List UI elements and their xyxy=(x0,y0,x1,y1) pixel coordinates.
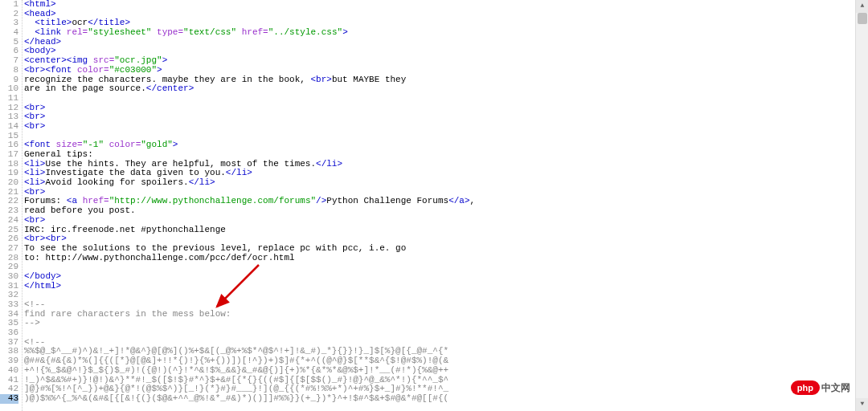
line-number: 27 xyxy=(0,244,18,254)
code-line[interactable] xyxy=(24,94,868,104)
code-line[interactable]: <br> xyxy=(24,104,868,113)
code-line[interactable]: <li>Avoid looking for spoilers.</li> xyxy=(24,178,868,188)
code-line[interactable]: <link rel="stylesheet" type="text/css" h… xyxy=(24,28,868,38)
code-line[interactable]: to: http://www.pythonchallenge.com/pcc/d… xyxy=(24,254,868,263)
code-line[interactable]: <html> xyxy=(24,0,868,10)
line-number: 40 xyxy=(0,366,18,376)
line-number: 43 xyxy=(0,394,18,404)
code-line[interactable] xyxy=(24,328,868,338)
line-number: 14 xyxy=(0,122,18,132)
line-number: 8 xyxy=(0,66,18,75)
code-line[interactable]: Forums: <a href="http://www.pythonchalle… xyxy=(24,197,868,206)
code-line[interactable]: )@)$%%^{_%^&(&#&[{[&!{(}($@&+^^_@%!&*_#&… xyxy=(24,394,868,404)
editor-container: 1234567891011121314151617181920212223242… xyxy=(0,0,868,411)
line-number-gutter: 1234567891011121314151617181920212223242… xyxy=(0,0,23,411)
line-number: 17 xyxy=(0,150,18,160)
line-number: 1 xyxy=(0,0,18,10)
code-line[interactable]: <head> xyxy=(24,10,868,19)
code-line[interactable]: </body> xyxy=(24,272,868,282)
code-line[interactable]: <br> xyxy=(24,122,868,132)
scroll-down-button[interactable]: ▼ xyxy=(856,398,868,411)
code-line[interactable]: IRC: irc.freenode.net #pythonchallenge xyxy=(24,226,868,235)
line-number: 4 xyxy=(0,28,18,38)
code-line[interactable]: read before you post. xyxy=(24,206,868,216)
code-line[interactable] xyxy=(24,291,868,300)
code-line[interactable]: <br> xyxy=(24,112,868,122)
code-line[interactable]: --> xyxy=(24,319,868,328)
line-number: 11 xyxy=(0,94,18,104)
code-line[interactable]: find rare characters in the mess below: xyxy=(24,310,868,319)
code-line[interactable]: </head> xyxy=(24,38,868,47)
code-area[interactable]: <html><head> <title>ocr</title> <link re… xyxy=(23,0,868,411)
code-line[interactable]: <font size="-1" color="gold"> xyxy=(24,140,868,150)
code-line[interactable] xyxy=(24,262,868,272)
vertical-scrollbar[interactable]: ▲ ▼ xyxy=(855,0,868,411)
line-number: 24 xyxy=(0,216,18,226)
code-line[interactable]: </html> xyxy=(24,282,868,291)
scrollbar-thumb[interactable] xyxy=(858,13,867,24)
scroll-up-button[interactable]: ▲ xyxy=(856,0,868,13)
line-number: 36 xyxy=(0,328,18,338)
line-number: 33 xyxy=(0,300,18,310)
line-number: 20 xyxy=(0,178,18,188)
line-number: 30 xyxy=(0,272,18,282)
code-line[interactable]: are in the page source.</center> xyxy=(24,84,868,94)
